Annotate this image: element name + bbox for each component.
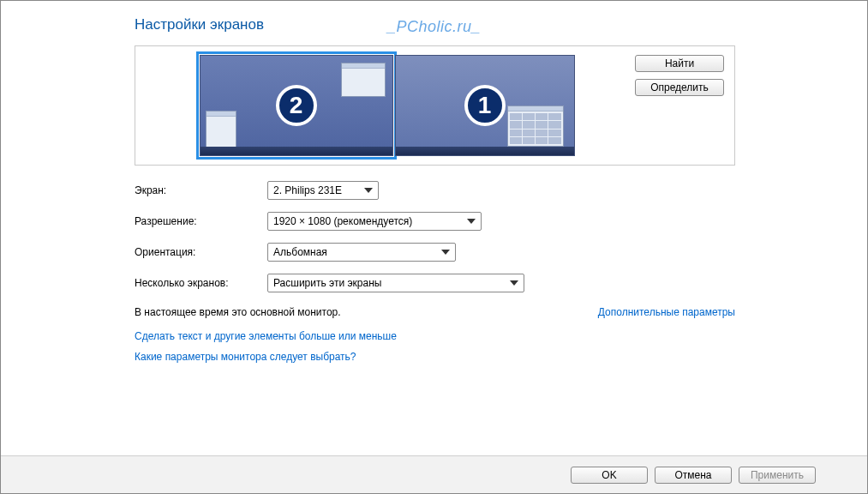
screen-row: Экран: 2. Philips 231E [135,181,735,200]
advanced-settings-link[interactable]: Дополнительные параметры [598,306,735,318]
display-settings-window: _PCholic.ru_ Настройки экранов 2 1 [0,0,868,494]
mini-window-icon [206,111,236,150]
apply-button[interactable]: Применить [739,467,816,484]
monitor-preview-area: 2 1 [135,45,735,166]
detect-button[interactable]: Найти [635,55,724,72]
screen-label: Экран: [135,184,267,196]
help-links: Сделать текст и другие элементы больше и… [135,330,735,371]
primary-monitor-status: В настоящее время это основной монитор. [135,306,341,318]
mini-window-icon [341,63,386,97]
watermark-text: _PCholic.ru_ [387,18,481,36]
resolution-row: Разрешение: 1920 × 1080 (рекомендуется) [135,212,735,231]
status-row: В настоящее время это основной монитор. … [135,306,735,318]
monitor-2[interactable]: 2 [200,55,393,156]
ok-button[interactable]: OK [571,467,648,484]
multiple-displays-select[interactable]: Расширить эти экраны [267,274,524,292]
orientation-row: Ориентация: Альбомная [135,243,735,262]
resolution-label: Разрешение: [135,215,267,227]
text-size-link[interactable]: Сделать текст и другие элементы больше и… [135,330,397,342]
taskbar-icon [396,147,574,155]
orientation-select[interactable]: Альбомная [267,243,456,262]
monitor-number-badge: 2 [276,85,317,126]
screen-select[interactable]: 2. Philips 231E [267,181,379,200]
mini-calculator-icon [507,105,564,147]
which-params-link[interactable]: Какие параметры монитора следует выбрать… [135,351,356,363]
cancel-button[interactable]: Отмена [655,467,732,484]
orientation-label: Ориентация: [135,246,267,258]
monitor-number-badge: 1 [464,85,506,126]
dialog-button-bar: OK Отмена Применить [1,455,867,493]
multiple-displays-label: Несколько экранов: [135,277,267,289]
taskbar-icon [201,147,392,155]
identify-button[interactable]: Определить [635,79,724,96]
monitor-layout: 2 1 [146,46,628,165]
resolution-select[interactable]: 1920 × 1080 (рекомендуется) [267,212,482,231]
content-area: Настройки экранов 2 1 [1,1,867,371]
multiple-displays-row: Несколько экранов: Расширить эти экраны [135,274,735,292]
preview-side-buttons: Найти Определить [635,55,724,96]
monitor-1[interactable]: 1 [395,55,575,156]
